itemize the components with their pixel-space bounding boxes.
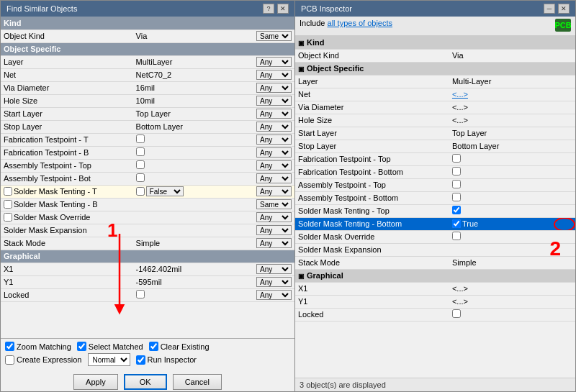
close-icon[interactable]: ✕ [277, 4, 289, 14]
collapse-icon[interactable]: ▣ [298, 65, 305, 73]
select-matched-checkbox[interactable] [77, 342, 86, 351]
table-row: Assembly Testpoint - Bottom [295, 191, 575, 204]
solder-mask-tenting-bot-checkbox[interactable] [4, 200, 12, 209]
table-row: Fabrication Testpoint - Top [295, 152, 575, 165]
prop-value [133, 211, 230, 224]
match-dropdown[interactable]: AnySame [256, 122, 292, 132]
pcb-solder-mask-tenting-top[interactable] [452, 206, 461, 214]
prop-value [133, 172, 230, 185]
pcb-prop-label: Assembly Testpoint - Top [295, 178, 449, 191]
pcb-asm-testpoint-bot[interactable] [452, 193, 461, 201]
fabrication-testpoint-top-checkbox[interactable] [136, 135, 145, 143]
pcb-logo-icon: PCB [555, 19, 571, 33]
pcb-include-link[interactable]: all types of objects [328, 19, 393, 27]
match-dropdown[interactable]: AnySame [256, 57, 292, 67]
pcb-prop-label: Solder Mask Tenting - Bottom [295, 217, 449, 230]
table-row: Fabrication Testpoint - B AnySame [1, 146, 294, 159]
pcb-close-icon[interactable]: ✕ [558, 4, 570, 14]
prop-value: 10mil [133, 94, 230, 107]
find-similar-dialog: Find Similar Objects ? ✕ Kind Object Kin… [0, 0, 295, 392]
options-row-1: Zoom Matching Select Matched Clear Exist… [5, 342, 290, 351]
pcb-solder-mask-override[interactable] [452, 232, 461, 240]
pcb-prop-value [449, 165, 575, 178]
prop-match[interactable]: SameAny [230, 29, 294, 42]
table-row: Stop Layer Bottom Layer [295, 140, 575, 152]
solder-mask-tenting-top-val-checkbox[interactable] [136, 187, 145, 196]
pcb-minimize-icon[interactable]: ─ [544, 4, 555, 14]
pcb-graphical-section: ▣Graphical [295, 269, 575, 282]
pcb-kind-label: ▣Kind [295, 36, 575, 49]
match-dropdown[interactable]: AnySame [256, 290, 292, 300]
svg-text:PCB: PCB [555, 21, 571, 29]
table-row: Start Layer Top Layer AnySame [1, 107, 294, 120]
clear-existing-checkbox[interactable] [149, 342, 158, 351]
match-dropdown[interactable]: AnySame [256, 135, 292, 145]
pcb-prop-label: Object Kind [295, 49, 449, 62]
match-dropdown[interactable]: AnySame [256, 212, 292, 222]
assembly-testpoint-top-checkbox[interactable] [136, 160, 145, 169]
assembly-testpoint-bot-checkbox[interactable] [136, 173, 145, 182]
prop-value [133, 146, 230, 159]
pcb-fab-testpoint-bot[interactable] [452, 167, 461, 176]
run-inspector-checkbox[interactable] [136, 355, 145, 365]
match-dropdown[interactable]: AnySame [256, 173, 292, 183]
match-dropdown[interactable]: AnySame [256, 264, 292, 274]
solder-mask-override-checkbox[interactable] [4, 213, 12, 222]
match-dropdown[interactable]: AnySame [256, 277, 292, 287]
prop-value: Via [133, 29, 230, 42]
table-row: X1 <...> [295, 282, 575, 295]
zoom-matching-checkbox[interactable] [5, 342, 14, 351]
table-row: Solder Mask Expansion [295, 243, 575, 256]
prop-value [133, 224, 230, 237]
properties-table-area: Kind Object Kind Via SameAny Object Spec… [1, 17, 294, 338]
match-dropdown[interactable]: AnySame [256, 238, 292, 248]
table-row: Y1 -595mil AnySame [1, 275, 294, 288]
normal-dropdown[interactable]: Normal [88, 353, 130, 366]
solder-mask-tenting-top-dropdown[interactable]: FalseTrue [146, 186, 184, 196]
ok-button[interactable]: OK [124, 374, 167, 390]
locked-checkbox[interactable] [136, 290, 145, 298]
prop-value [133, 133, 230, 146]
collapse-icon[interactable]: ▣ [298, 40, 305, 47]
match-dropdown[interactable]: AnySame [256, 70, 292, 80]
match-dropdown[interactable]: AnySame [256, 96, 292, 106]
pcb-locked-checkbox[interactable] [452, 309, 461, 318]
collapse-icon[interactable]: ▣ [298, 273, 305, 280]
create-expression-checkbox[interactable] [5, 355, 14, 365]
prop-label: Net [1, 68, 133, 81]
match-dropdown[interactable]: SameAny [256, 199, 292, 209]
table-row: Solder Mask Override AnySame [1, 211, 294, 224]
prop-value: Top Layer [133, 107, 230, 120]
solder-mask-tenting-top-checkbox[interactable] [4, 187, 12, 196]
solder-mask-tenting-top-label: Solder Mask Tenting - T [14, 187, 97, 196]
pcb-prop-label: Assembly Testpoint - Bottom [295, 191, 449, 204]
match-dropdown[interactable]: SameAny [256, 31, 292, 41]
match-dropdown[interactable]: AnySame [256, 186, 292, 196]
pcb-prop-value [449, 191, 575, 204]
solder-mask-override-label: Solder Mask Override [14, 213, 90, 222]
table-row: Via Diameter 16mil AnySame [1, 81, 294, 94]
pcb-footer: 3 object(s) are displayed [295, 378, 575, 391]
pcb-prop-label: Stack Mode [295, 256, 449, 269]
table-row: Solder Mask Tenting - T FalseTrue AnySam… [1, 185, 294, 198]
pcb-prop-label: Layer [295, 75, 449, 88]
fabrication-testpoint-bot-checkbox[interactable] [136, 147, 145, 156]
match-dropdown[interactable]: AnySame [256, 160, 292, 170]
prop-label: Hole Size [1, 94, 133, 107]
pcb-graphical-label: ▣Graphical [295, 269, 575, 282]
match-dropdown[interactable]: AnySame [256, 109, 292, 119]
apply-button[interactable]: Apply [73, 374, 118, 390]
pcb-prop-value [449, 152, 575, 165]
match-dropdown[interactable]: AnySame [256, 225, 292, 235]
prop-label: Solder Mask Tenting - T [1, 185, 133, 198]
match-dropdown[interactable]: AnySame [256, 83, 292, 93]
pcb-solder-mask-tenting-bot[interactable] [452, 219, 461, 228]
select-matched-label: Select Matched [77, 342, 143, 351]
help-icon[interactable]: ? [263, 4, 274, 14]
pcb-asm-testpoint-top[interactable] [452, 180, 461, 188]
match-dropdown[interactable]: AnySame [256, 147, 292, 158]
prop-label: Assembly Testpoint - Top [1, 159, 133, 172]
pcb-fab-testpoint-top[interactable] [452, 154, 461, 163]
net-link[interactable]: <...> [452, 90, 468, 99]
cancel-button[interactable]: Cancel [173, 374, 222, 390]
